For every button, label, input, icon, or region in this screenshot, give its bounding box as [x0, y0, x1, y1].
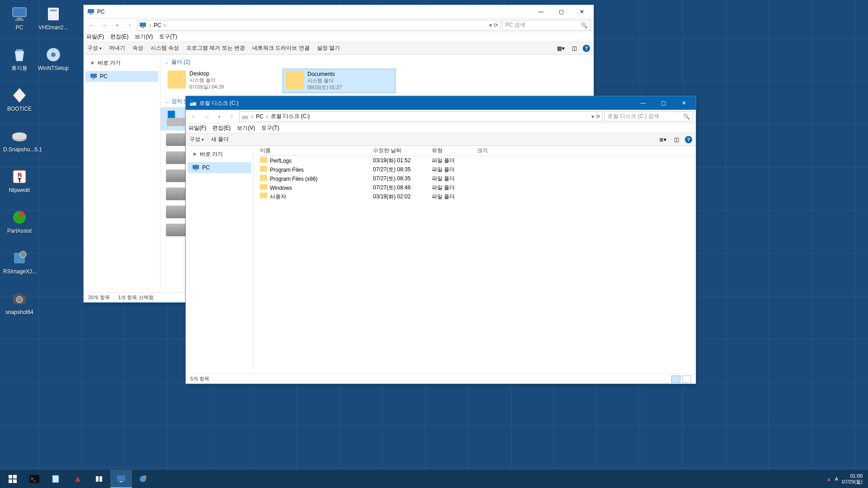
svg-rect-22 — [140, 23, 146, 27]
tb-help-button[interactable]: ? — [583, 45, 590, 52]
column-headers[interactable]: 이름 수정한 날짜 유형 크기 — [254, 146, 696, 156]
taskbar-app3[interactable] — [132, 470, 154, 488]
drive-icon — [166, 188, 186, 200]
c-address-box[interactable]: ›PC›로컬 디스크 (C:) ▾⟳ — [239, 111, 603, 122]
file-row[interactable]: 사용자03/19(화) 02:02파일 폴더 — [254, 192, 696, 201]
tray-up-icon[interactable]: ▲ — [826, 476, 831, 482]
view-details-button[interactable] — [671, 375, 680, 383]
desktop-icon-pc[interactable]: PC — [2, 2, 37, 42]
c-maximize-button[interactable]: ▢ — [653, 97, 674, 109]
start-button[interactable] — [2, 470, 24, 488]
svg-text:T: T — [18, 177, 21, 183]
desktop-icon-snapshot64[interactable]: snapshot64 — [2, 287, 37, 327]
tb-sysprops[interactable]: 시스템 속성 — [151, 44, 179, 52]
svg-rect-23 — [142, 27, 144, 28]
file-row[interactable]: Windows07/27(토) 08:48파일 폴더 — [254, 183, 696, 192]
c-titlebar[interactable]: 로컬 디스크 (C:) — ▢ ✕ — [186, 96, 696, 110]
tb-view-button[interactable]: ▦▾ — [556, 43, 566, 53]
menu-edit[interactable]: 편집(E) — [110, 33, 128, 41]
svg-rect-36 — [13, 479, 17, 483]
c-recent-button[interactable]: ▾ — [214, 111, 225, 122]
pc-close-button[interactable]: ✕ — [571, 5, 592, 18]
addr-dd-icon[interactable]: ▾ — [591, 113, 594, 120]
drive-icon — [241, 113, 249, 120]
explorer-window-c[interactable]: 로컬 디스크 (C:) — ▢ ✕ ← → ▾ ↑ ›PC›로컬 디스크 (C:… — [185, 96, 696, 384]
tb-organize[interactable]: 구성 — [87, 44, 102, 52]
tb-help-button[interactable]: ? — [685, 136, 692, 143]
taskbar-app1[interactable] — [67, 470, 89, 488]
pc-address-box[interactable]: ›PC› ▾⟳ — [137, 20, 500, 31]
addr-refresh-icon[interactable]: ⟳ — [596, 113, 600, 120]
taskbar-cmd[interactable]: >_ — [24, 470, 45, 488]
addr-refresh-icon[interactable]: ⟳ — [494, 22, 498, 28]
taskbar-notepad[interactable] — [45, 470, 67, 488]
desktop-icon-bootice[interactable]: BOOTICE — [2, 84, 37, 123]
view-tiles-button[interactable] — [682, 375, 691, 383]
tb-uninstall[interactable]: 프로그램 제거 또는 변경 — [186, 44, 245, 52]
menu-file[interactable]: 파일(F) — [189, 124, 206, 132]
svg-rect-3 — [16, 49, 23, 51]
pc-up-button[interactable]: ↑ — [124, 20, 135, 31]
nav-pc[interactable]: PC — [85, 71, 158, 82]
pc-icon — [139, 22, 146, 29]
col-date[interactable]: 수정한 날짜 — [370, 147, 429, 155]
c-up-button[interactable]: ↑ — [226, 111, 237, 122]
taskbar-app2[interactable] — [89, 470, 110, 488]
menu-edit[interactable]: 편집(E) — [212, 124, 231, 132]
tile-documents[interactable]: Documents시스템 폴더09/15(토) 01:27 — [283, 69, 396, 93]
system-tray[interactable]: ▲ A 01:00 07/29(월) — [826, 473, 866, 485]
tb-settings[interactable]: 설정 열기 — [317, 44, 340, 52]
desktop-icon-recycle[interactable]: 휴지통 — [2, 43, 37, 83]
desktop-icon-partassist[interactable]: PartAssist — [2, 206, 37, 245]
col-name[interactable]: 이름 — [257, 147, 370, 155]
pc-forward-button[interactable]: → — [99, 20, 110, 31]
pc-recent-button[interactable]: ▾ — [112, 20, 123, 31]
tb-organize[interactable]: 구성 — [189, 136, 204, 143]
tb-preview-button[interactable]: ◫ — [569, 43, 579, 53]
nav-quick-access[interactable]: ★바로 가기 — [188, 149, 251, 160]
tray-ime[interactable]: A — [835, 476, 838, 482]
desktop-icon-winntsetup[interactable]: WinNTSetup — [36, 43, 71, 83]
tb-view-button[interactable]: ≣▾ — [658, 135, 668, 145]
desktop-icon-rsimagex[interactable]: RSImageX2... — [2, 246, 37, 286]
desktop-icon-dsnapshot[interactable]: D.Snapsho...5.1 — [2, 124, 37, 164]
pc-minimize-button[interactable]: — — [531, 5, 551, 18]
file-row[interactable]: PerfLogs03/19(화) 01:52파일 폴더 — [254, 156, 696, 165]
menu-file[interactable]: 파일(F) — [86, 33, 104, 41]
c-minimize-button[interactable]: — — [633, 97, 653, 109]
c-content[interactable]: 이름 수정한 날짜 유형 크기 PerfLogs03/19(화) 01:52파일… — [254, 146, 696, 374]
c-search-box[interactable]: 로컬 디스크 (C:) 검색🔍 — [604, 111, 693, 122]
c-close-button[interactable]: ✕ — [674, 97, 694, 109]
addr-dd-icon[interactable]: ▾ — [489, 22, 492, 28]
tb-eject[interactable]: 꺼내기 — [109, 44, 125, 52]
tb-newfolder[interactable]: 새 폴더 — [211, 136, 229, 143]
folder-icon — [260, 192, 267, 198]
tray-clock[interactable]: 01:00 07/29(월) — [842, 473, 863, 485]
pc-toolbar: 구성 꺼내기 속성 시스템 속성 프로그램 제거 또는 변경 네트워크 드라이브… — [84, 42, 594, 55]
pc-titlebar[interactable]: PC — ▢ ✕ — [84, 5, 594, 19]
tile-desktop[interactable]: Desktop시스템 폴더07/28(일) 04:28 — [165, 69, 278, 93]
group-folders[interactable]: ⌄폴더 (2) — [160, 55, 594, 68]
c-forward-button[interactable]: → — [201, 111, 212, 122]
nav-quick-access[interactable]: ★바로 가기 — [85, 57, 158, 68]
taskbar[interactable]: >_ ▲ A 01:00 07/29(월) — [0, 470, 868, 488]
desktop-icon-ntpwedit[interactable]: NTNtpwedit — [2, 165, 37, 205]
tb-netdrive[interactable]: 네트워크 드라이브 연결 — [252, 44, 310, 52]
menu-tools[interactable]: 도구(T) — [261, 124, 279, 132]
col-type[interactable]: 유형 — [429, 147, 474, 155]
file-row[interactable]: Program Files07/27(토) 08:35파일 폴더 — [254, 165, 696, 174]
tb-preview-button[interactable]: ◫ — [671, 135, 681, 145]
menu-view[interactable]: 보기(V) — [237, 124, 255, 132]
c-back-button[interactable]: ← — [189, 111, 199, 122]
pc-back-button[interactable]: ← — [86, 20, 97, 31]
pc-maximize-button[interactable]: ▢ — [551, 5, 571, 18]
desktop-icon-vhdman[interactable]: VHDman2... — [36, 2, 71, 42]
col-size[interactable]: 크기 — [474, 147, 510, 155]
taskbar-explorer[interactable] — [110, 470, 132, 488]
menu-tools[interactable]: 도구(T) — [159, 33, 177, 41]
file-row[interactable]: Program Files (x86)07/27(토) 08:35파일 폴더 — [254, 174, 696, 183]
menu-view[interactable]: 보기(V) — [135, 33, 153, 41]
pc-search-box[interactable]: PC 검색🔍 — [502, 20, 591, 31]
nav-pc[interactable]: PC — [188, 162, 251, 173]
tb-props[interactable]: 속성 — [132, 44, 143, 52]
